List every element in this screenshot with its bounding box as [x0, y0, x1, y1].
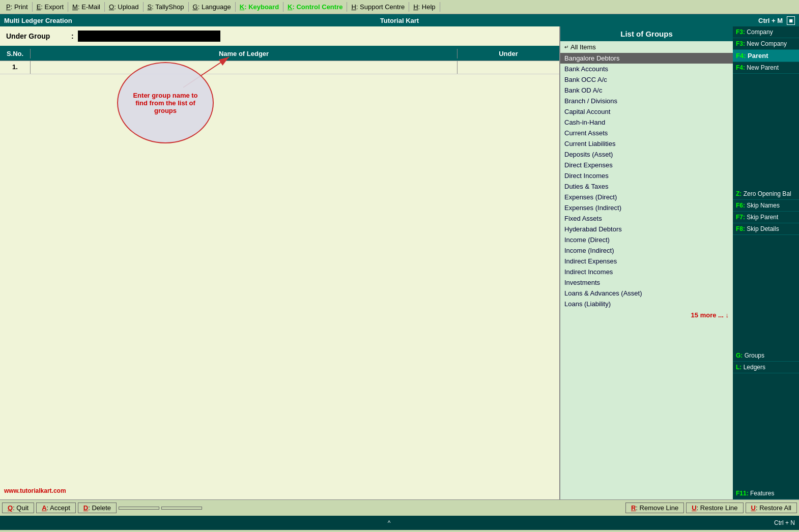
form-colon: :	[71, 32, 74, 40]
fr-f11-features[interactable]: F11: Features	[733, 488, 799, 499]
list-item[interactable]: Expenses (Indirect)	[560, 202, 733, 213]
list-item[interactable]: Direct Incomes	[560, 170, 733, 181]
fr-z-zero-opening[interactable]: Z: Zero Opening Bal	[733, 188, 799, 200]
fr-f4-new-parent[interactable]: F4: New Parent	[733, 62, 799, 74]
empty-btn-1	[119, 507, 159, 510]
left-panel: Under Group : S.No. Name of Ledger Under…	[0, 26, 560, 499]
list-item[interactable]: Direct Expenses	[560, 160, 733, 170]
list-item[interactable]: Current Liabilities	[560, 138, 733, 149]
table-row: 1.	[0, 61, 559, 74]
col-header-sno: S.No.	[0, 49, 31, 58]
quit-button[interactable]: Q: Quit	[2, 503, 34, 513]
title-bar: Multi Ledger Creation Tutorial Kart Ctrl…	[0, 14, 799, 26]
ctrl-n-label: Ctrl + N	[774, 519, 795, 526]
menu-control-centre[interactable]: K: Control Centre	[283, 2, 347, 12]
list-item[interactable]: Indirect Incomes	[560, 267, 733, 277]
very-bottom-bar: ^ Ctrl + N	[0, 516, 799, 530]
fr-f7-skip-parent[interactable]: F7: Skip Parent	[733, 212, 799, 223]
menu-print[interactable]: P: Print	[2, 2, 33, 12]
callout-container: Enter group name to find from the list o…	[102, 57, 219, 174]
top-menu-bar: P: Print E: Export M: E-Mail O: Upload S…	[0, 0, 799, 14]
menu-help[interactable]: H: Help	[409, 2, 440, 12]
list-item[interactable]: Branch / Divisions	[560, 96, 733, 106]
fr-f4-parent[interactable]: F4: Parent	[733, 50, 799, 62]
col-header-name: Name of Ledger	[31, 49, 458, 58]
form-area: Under Group :	[0, 26, 559, 47]
bottom-right-buttons: R: Remove Line U: Restore Line U: Restor…	[625, 503, 797, 513]
list-item[interactable]: Bangalore Debtors	[560, 53, 733, 64]
empty-btn-2	[161, 507, 202, 510]
list-item[interactable]: Bank OD A/c	[560, 85, 733, 96]
row-under	[458, 61, 559, 74]
menu-language[interactable]: G: Language	[189, 2, 236, 12]
far-right-panel: F3: Company F3: New Company F4: Parent F…	[733, 26, 799, 499]
remove-line-button[interactable]: R: Remove Line	[625, 503, 684, 513]
close-button[interactable]: ■	[787, 16, 795, 25]
delete-button[interactable]: D: Delete	[78, 503, 117, 513]
list-item[interactable]: Hyderabad Debtors	[560, 224, 733, 234]
fr-f3-new-company[interactable]: F3: New Company	[733, 38, 799, 50]
list-item[interactable]: Fixed Assets	[560, 213, 733, 224]
list-item[interactable]: Loans & Advances (Asset)	[560, 288, 733, 299]
fr-f3-company[interactable]: F3: Company	[733, 26, 799, 38]
menu-upload[interactable]: O: Upload	[105, 2, 144, 12]
list-item[interactable]: Investments	[560, 277, 733, 288]
list-item[interactable]: Indirect Expenses	[560, 256, 733, 267]
list-more[interactable]: 15 more ... ↓	[560, 309, 733, 321]
list-item[interactable]: Income (Direct)	[560, 234, 733, 245]
callout-text: Enter group name to find from the list o…	[128, 92, 203, 114]
list-item[interactable]: Expenses (Direct)	[560, 192, 733, 202]
menu-tallyshop[interactable]: S: TallyShop	[144, 2, 189, 12]
menu-email[interactable]: M: E-Mail	[68, 2, 105, 12]
list-item[interactable]: Bank Accounts	[560, 64, 733, 74]
list-item[interactable]: Duties & Taxes	[560, 181, 733, 192]
menu-keyboard[interactable]: K: Keyboard	[236, 2, 283, 12]
fr-g-groups[interactable]: G: Groups	[733, 350, 799, 362]
col-header-under: Under	[458, 49, 559, 58]
fr-l-ledgers[interactable]: L: Ledgers	[733, 362, 799, 373]
under-group-label: Under Group	[6, 32, 67, 40]
fr-f8-skip-details[interactable]: F8: Skip Details	[733, 223, 799, 235]
list-item[interactable]: Loans (Liability)	[560, 299, 733, 309]
callout-bubble: Enter group name to find from the list o…	[117, 62, 214, 143]
list-item[interactable]: Capital Account	[560, 106, 733, 117]
shortcut-label: Ctrl + M ■	[758, 16, 795, 25]
menu-support[interactable]: H: Support Centre	[347, 2, 409, 12]
row-sno: 1.	[0, 61, 31, 74]
list-all-items[interactable]: ↵ All Items	[560, 41, 733, 53]
groups-list: Bangalore DebtorsBank AccountsBank OCC A…	[560, 53, 733, 309]
caret-indicator: ^	[4, 519, 774, 526]
watermark: www.tutorialkart.com	[4, 487, 66, 494]
list-item[interactable]: Deposits (Asset)	[560, 149, 733, 160]
list-of-groups-panel: List of Groups ↵ All Items Bangalore Deb…	[560, 26, 733, 499]
center-title: Tutorial Kart	[380, 17, 419, 24]
accept-button[interactable]: A: Accept	[36, 503, 76, 513]
fr-f6-skip-names[interactable]: F6: Skip Names	[733, 200, 799, 212]
list-item[interactable]: Cash-in-Hand	[560, 117, 733, 128]
list-item[interactable]: Income (Indirect)	[560, 245, 733, 256]
restore-all-button[interactable]: U: Restore All	[746, 503, 797, 513]
list-item[interactable]: Bank OCC A/c	[560, 74, 733, 85]
menu-export[interactable]: E: Export	[33, 2, 68, 12]
list-item[interactable]: Current Assets	[560, 128, 733, 138]
table-header: S.No. Name of Ledger Under	[0, 47, 559, 61]
row-ledger-name[interactable]	[31, 61, 458, 74]
bottom-bar: Q: Quit A: Accept D: Delete R: Remove Li…	[0, 499, 799, 516]
list-of-groups-title: List of Groups	[560, 26, 733, 41]
under-group-input[interactable]	[78, 31, 220, 42]
restore-line-button[interactable]: U: Restore Line	[686, 503, 743, 513]
